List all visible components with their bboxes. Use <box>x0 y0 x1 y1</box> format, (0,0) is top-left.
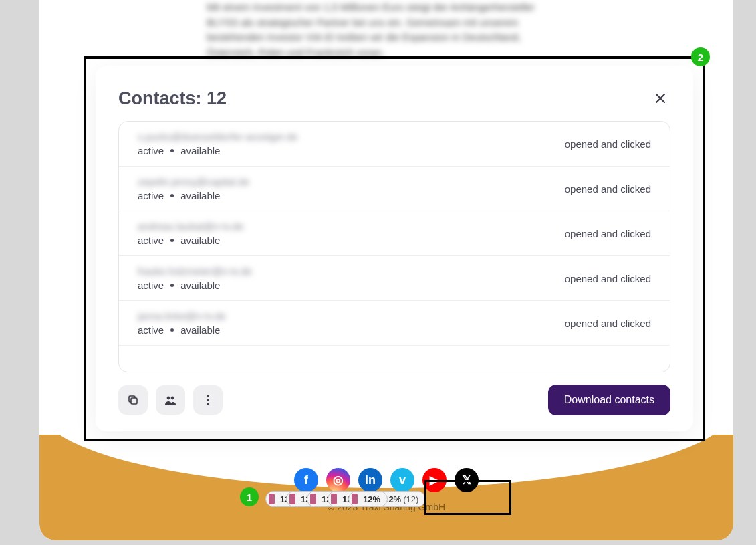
bullet-icon <box>170 149 174 152</box>
contact-row[interactable]: s.pucks@duesseldorfer-anzeiger.de active… <box>119 122 670 167</box>
contact-status: active available <box>138 324 226 336</box>
contacts-box: s.pucks@duesseldorfer-anzeiger.de active… <box>118 121 670 372</box>
pill-bar-icon <box>352 494 358 504</box>
contact-status-action: opened and clicked <box>565 183 651 195</box>
contact-status: active available <box>138 190 249 201</box>
contact-email: janna.linke@n-tv.de <box>138 310 226 322</box>
linkedin-icon[interactable]: in <box>358 468 382 492</box>
page-footer: f ◎ in v ▶ 𝕏 © 2023 Traxi Sharing GmbH <box>39 435 733 540</box>
contact-status-action: opened and clicked <box>565 228 651 239</box>
facebook-icon[interactable]: f <box>294 468 318 492</box>
background-paragraph: Mit einem Investment von 1,5 Millionen E… <box>207 0 566 60</box>
modal-header: Contacts: 12 <box>118 88 670 109</box>
contact-status-action: opened and clicked <box>565 138 651 150</box>
contact-status-action: opened and clicked <box>565 318 651 329</box>
contacts-list[interactable]: s.pucks@duesseldorfer-anzeiger.de active… <box>119 122 670 372</box>
svg-point-6 <box>207 403 209 405</box>
modal-highlight-outline: Contacts: 12 s.pucks@duesseldorfer-anzei… <box>84 56 705 441</box>
svg-point-5 <box>207 399 209 401</box>
copy-button[interactable] <box>118 385 148 415</box>
group-button[interactable] <box>156 385 185 415</box>
contact-email: zepelin.jenny@capital.de <box>138 176 249 187</box>
more-vertical-icon <box>207 395 209 405</box>
svg-point-4 <box>207 395 209 397</box>
modal-footer: Download contacts <box>118 385 670 415</box>
contact-email: frauke.holzmeier@n-tv.de <box>138 265 252 277</box>
copy-icon <box>127 394 139 406</box>
bullet-icon <box>170 328 174 332</box>
contacts-modal: Contacts: 12 s.pucks@duesseldorfer-anzei… <box>96 66 693 431</box>
vimeo-icon[interactable]: v <box>390 468 414 492</box>
download-contacts-button[interactable]: Download contacts <box>548 385 670 415</box>
pill-bar-icon <box>289 494 295 504</box>
social-row: f ◎ in v ▶ 𝕏 <box>39 468 733 492</box>
svg-rect-1 <box>131 398 137 404</box>
instagram-icon[interactable]: ◎ <box>326 468 350 492</box>
contact-row[interactable]: janna.linke@n-tv.de active available ope… <box>119 301 670 346</box>
step-badge-1: 1 <box>240 487 259 506</box>
contact-row[interactable]: andreas.laukat@n-tv.de active available … <box>119 211 670 256</box>
pill-bar-icon <box>269 494 275 504</box>
pill-bar-icon <box>310 494 316 504</box>
bullet-icon <box>170 239 174 242</box>
footer-actions-left <box>118 385 223 415</box>
modal-title: Contacts: 12 <box>118 88 227 109</box>
bullet-icon <box>170 194 174 197</box>
contact-email: andreas.laukat@n-tv.de <box>138 221 243 232</box>
contact-row[interactable]: zepelin.jenny@capital.de active availabl… <box>119 167 670 211</box>
contact-status: active available <box>138 280 252 291</box>
bullet-icon <box>170 284 174 287</box>
close-icon <box>655 93 666 104</box>
contact-email: s.pucks@duesseldorfer-anzeiger.de <box>138 131 298 142</box>
stat-pill[interactable]: 12% <box>348 491 388 507</box>
svg-point-2 <box>167 397 170 400</box>
step-badge-2: 2 <box>691 47 710 66</box>
svg-point-3 <box>171 397 174 400</box>
pill-highlight-outline <box>424 480 511 515</box>
contact-row[interactable]: frauke.holzmeier@n-tv.de active availabl… <box>119 256 670 301</box>
more-button[interactable] <box>193 385 223 415</box>
contact-status: active available <box>138 145 298 156</box>
pill-bar-icon <box>331 494 337 504</box>
close-button[interactable] <box>650 88 670 108</box>
contact-status: active available <box>138 235 243 246</box>
people-icon <box>164 394 177 406</box>
stat-pills: 13% 12% 12% 12% 12% 12% (12) <box>265 491 426 507</box>
contact-status-action: opened and clicked <box>565 273 651 284</box>
